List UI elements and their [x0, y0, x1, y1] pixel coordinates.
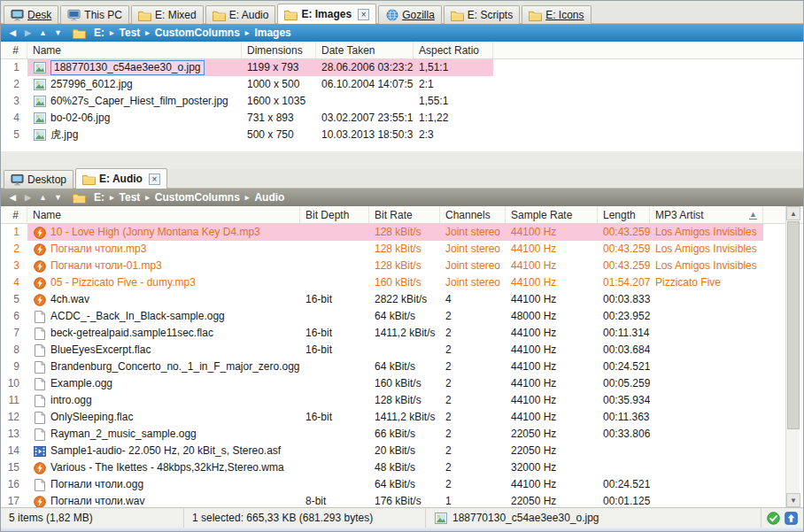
file-row[interactable]: 110 - Love High (Jonny Montana Key D4.mp… — [1, 224, 803, 241]
file-name-cell[interactable]: 05 - Pizzicato Five - dumy.mp3 — [27, 274, 300, 291]
file-row[interactable]: 405 - Pizzicato Five - dumy.mp3160 kBit/… — [1, 274, 803, 291]
file-row[interactable]: 360%27s_Caper_Hiest_film_poster.jpg1600 … — [1, 93, 803, 110]
column-header-num[interactable]: # — [1, 42, 27, 58]
tab-e-images[interactable]: E: Images× — [277, 4, 376, 24]
column-header-mp3-artist[interactable]: MP3 Artist▲ — [650, 206, 763, 223]
file-row[interactable]: 9Brandenburg_Concerto_no._1_in_F_major_z… — [1, 359, 803, 375]
file-name-cell[interactable]: 虎.jpg — [27, 127, 242, 143]
file-row[interactable]: 12OnlySleeping.flac16-bit1411,2 kBit/s24… — [1, 409, 803, 426]
upload-status-icon[interactable] — [785, 512, 798, 525]
nav-up-button[interactable]: ▲ — [35, 193, 50, 202]
file-row[interactable]: 2257996_6012.jpg1000 x 50006.10.2004 14:… — [1, 76, 803, 93]
column-header-sample-rate[interactable]: Sample Rate — [506, 206, 598, 223]
file-name-cell[interactable]: 10 - Love High (Jonny Montana Key D4.mp3 — [27, 224, 300, 241]
file-row[interactable]: 6ACDC_-_Back_In_Black-sample.ogg64 kBit/… — [1, 308, 803, 325]
close-tab-icon[interactable]: × — [358, 9, 369, 20]
file-row[interactable]: 7beck-getrealpaid.sample11sec.flac16-bit… — [1, 325, 803, 342]
breadcrumb-segment[interactable]: Test — [117, 191, 143, 204]
file-name-cell[interactable]: Погнали чтоли-01.mp3 — [27, 258, 300, 274]
file-row[interactable]: 17Погнали чтоли.wav8-bit176 kBit/s122050… — [1, 493, 803, 507]
scrollbar-down-button[interactable]: ▼ — [786, 493, 800, 507]
nav-down-button[interactable]: ▼ — [50, 28, 66, 37]
file-cell-sample-rate: 22050 Hz — [506, 426, 598, 443]
file-name: Brandenburg_Concerto_no._1_in_F_major_ze… — [50, 359, 300, 375]
tab-e-audio[interactable]: E: Audio× — [75, 168, 167, 189]
file-row[interactable]: 16Погнали чтоли.ogg64 kBit/s244100 Hz00:… — [1, 476, 803, 493]
file-name-cell[interactable]: OnlySleeping.flac — [27, 409, 300, 426]
column-header-name[interactable]: Name — [27, 206, 300, 223]
column-header-bit-depth[interactable]: Bit Depth — [300, 206, 369, 223]
column-header-date-taken[interactable]: Date Taken — [316, 42, 414, 58]
file-name-cell[interactable]: Погнали чтоли.wav — [27, 493, 300, 507]
breadcrumb-segment[interactable]: Audio — [251, 191, 287, 204]
file-name-cell[interactable]: 188770130_c54ae3ee30_o.jpg — [27, 59, 242, 76]
file-name-cell[interactable]: BlueEyesExcerpt.flac — [27, 342, 300, 359]
file-name-cell[interactable]: ACDC_-_Back_In_Black-sample.ogg — [27, 308, 300, 325]
file-row[interactable]: 2Погнали чтоли.mp3128 kBit/sJoint stereo… — [1, 241, 803, 258]
breadcrumb-segment[interactable]: Images — [251, 27, 293, 39]
file-name-cell[interactable]: beck-getrealpaid.sample11sec.flac — [27, 325, 300, 342]
tab-this-pc[interactable]: This PC — [60, 5, 129, 24]
file-name-cell[interactable]: Rayman_2_music_sample.ogg — [27, 426, 300, 443]
row-number: 1 — [1, 59, 27, 76]
file-row[interactable]: 8BlueEyesExcerpt.flac16-bit244100 Hz00:0… — [1, 342, 803, 359]
file-name: 05 - Pizzicato Five - dumy.mp3 — [50, 274, 196, 291]
file-row[interactable]: 3Погнали чтоли-01.mp3128 kBit/sJoint ste… — [1, 258, 803, 274]
nav-forward-button[interactable]: ▶ — [20, 28, 35, 37]
column-header-channels[interactable]: Channels — [440, 206, 506, 223]
file-row[interactable]: 4bo-02-06.jpg731 x 89303.02.2007 23:55:1… — [1, 110, 803, 127]
scrollbar-thumb[interactable] — [787, 221, 800, 429]
tab-e-mixed[interactable]: E: Mixed — [131, 5, 204, 24]
nav-forward-button[interactable]: ▶ — [20, 193, 35, 202]
nav-up-button[interactable]: ▲ — [35, 28, 50, 37]
file-name-cell[interactable]: Various - The Ikettes - 48kbps,32kHz,Ste… — [27, 459, 300, 476]
file-name-cell[interactable]: Погнали чтоли.mp3 — [27, 241, 300, 258]
breadcrumb-segment[interactable]: CustomColumns — [152, 27, 243, 39]
file-row[interactable]: 15Various - The Ikettes - 48kbps,32kHz,S… — [1, 459, 803, 476]
tab-gozilla[interactable]: Gozilla — [378, 5, 442, 24]
nav-down-button[interactable]: ▼ — [50, 193, 66, 202]
vertical-scrollbar[interactable]: ▲ ▼ — [785, 206, 800, 507]
check-status-icon[interactable] — [767, 512, 780, 525]
tab-desk[interactable]: Desk — [4, 5, 58, 24]
column-header-bit-rate[interactable]: Bit Rate — [369, 206, 440, 223]
column-header-length[interactable]: Length — [598, 206, 650, 223]
file-name-cell[interactable]: bo-02-06.jpg — [27, 110, 242, 127]
breadcrumb-segment[interactable]: CustomColumns — [152, 191, 243, 204]
file-row[interactable]: 13Rayman_2_music_sample.ogg66 kBit/s2220… — [1, 426, 803, 443]
file-row[interactable]: 14Sample1-audio- 22.050 Hz, 20 kBit_s, S… — [1, 443, 803, 459]
breadcrumb-segment[interactable]: E: — [91, 191, 107, 204]
column-header-num[interactable]: # — [1, 206, 27, 223]
file-name-cell[interactable]: Example.ogg — [27, 375, 300, 392]
column-header-dimensions[interactable]: Dimensions — [242, 42, 316, 58]
nav-back-button[interactable]: ◀ — [5, 193, 20, 202]
file-row[interactable]: 1188770130_c54ae3ee30_o.jpg1199 x 79328.… — [1, 59, 803, 76]
tab-e-icons[interactable]: E: Icons — [522, 5, 591, 24]
tab-e-scripts[interactable]: E: Scripts — [444, 5, 520, 24]
file-cell-mp3-artist — [650, 443, 763, 459]
file-name-cell[interactable]: intro.ogg — [27, 392, 300, 409]
close-tab-icon[interactable]: × — [149, 173, 160, 185]
row-number: 6 — [1, 308, 27, 325]
file-name-cell[interactable]: Sample1-audio- 22.050 Hz, 20 kBit_s, Ste… — [27, 443, 300, 459]
breadcrumb-segment[interactable]: E: — [91, 27, 107, 39]
column-header-name[interactable]: Name — [27, 42, 242, 58]
file-row[interactable]: 54ch.wav16-bit2822 kBit/s444100 Hz00:03.… — [1, 291, 803, 308]
tab-e-audio[interactable]: E: Audio — [205, 5, 276, 24]
file-row[interactable]: 5虎.jpg500 x 75010.03.2013 18:50:352:3 — [1, 127, 803, 143]
scrollbar-up-button[interactable]: ▲ — [786, 206, 800, 220]
file-name-cell[interactable]: 4ch.wav — [27, 291, 300, 308]
file-name: 10 - Love High (Jonny Montana Key D4.mp3 — [50, 224, 260, 241]
file-name-cell[interactable]: 257996_6012.jpg — [27, 76, 242, 93]
file-cell-sample-rate: 32000 Hz — [506, 459, 598, 476]
file-name-cell[interactable]: 60%27s_Caper_Hiest_film_poster.jpg — [27, 93, 242, 110]
file-name-cell[interactable]: Brandenburg_Concerto_no._1_in_F_major_ze… — [27, 359, 300, 375]
file-row[interactable]: 11intro.ogg128 kBit/s244100 Hz00:35.934 — [1, 392, 803, 409]
file-row[interactable]: 10Example.ogg160 kBit/s244100 Hz00:05.25… — [1, 375, 803, 392]
file-name-cell[interactable]: Погнали чтоли.ogg — [27, 476, 300, 493]
tab-desktop[interactable]: Desktop — [4, 170, 73, 189]
nav-back-button[interactable]: ◀ — [5, 28, 20, 37]
file-cell-length: 00:11.314 — [598, 325, 650, 342]
breadcrumb-segment[interactable]: Test — [117, 27, 143, 39]
column-header-aspect-ratio[interactable]: Aspect Ratio — [414, 42, 493, 58]
